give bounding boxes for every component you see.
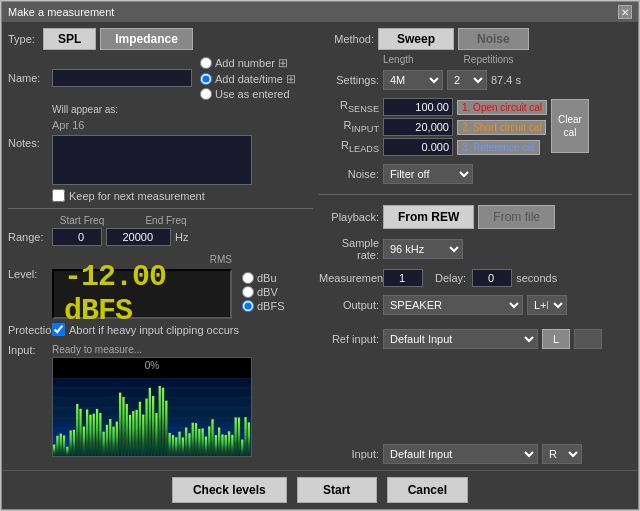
rsense-row: RSENSE 1. Open circuit cal	[319, 98, 547, 116]
window-title: Make a measurement	[8, 6, 114, 18]
hz-label: Hz	[175, 231, 188, 243]
lr-select[interactable]: L+R L R	[527, 295, 567, 315]
delay-input[interactable]	[472, 269, 512, 287]
range-section: Start Freq End Freq Range: Hz	[8, 215, 313, 246]
level-row: Level: RMS -12.00 dBFS dBu dBV	[8, 254, 313, 319]
left-panel: Type: SPL Impedance Name: Add number ⊞ A…	[8, 28, 313, 464]
ref-input-label: Ref input:	[319, 333, 379, 345]
ref-channel-box	[574, 329, 602, 349]
range-label: Range:	[8, 231, 48, 243]
output-row: Output: SPEAKER L+R L R	[319, 295, 632, 315]
input-label-row: Input: Ready to measure... 0%	[8, 344, 313, 457]
use-as-entered-label: Use as entered	[215, 88, 290, 100]
short-circuit-cal-button[interactable]: 2. Short circuit cal	[457, 120, 546, 135]
name-options: Add number ⊞ Add date/time ⊞ Use as ente…	[200, 56, 296, 100]
protection-row: Protection: Abort if heavy input clippin…	[8, 323, 313, 336]
samplerate-row: Sample rate: 96 kHz 44.1 kHz 48 kHz	[319, 237, 632, 261]
right-panel: Method: Sweep Noise Length Repetitions S…	[319, 28, 632, 464]
settings-label: Settings:	[319, 74, 379, 86]
rleads-row: RLEADS 3. Reference cal	[319, 138, 547, 156]
keep-label: Keep for next measurement	[69, 190, 205, 202]
spacer	[319, 353, 632, 400]
method-label: Method:	[319, 33, 374, 45]
add-number-icon[interactable]: ⊞	[278, 56, 288, 70]
from-file-button[interactable]: From file	[478, 205, 555, 229]
keep-checkbox[interactable]	[52, 189, 65, 202]
add-datetime-icon[interactable]: ⊞	[286, 72, 296, 86]
settings-row: Settings: 4M 256k 512k 1M 2M 2 1 3 4 87.…	[319, 70, 632, 90]
output-select[interactable]: SPEAKER	[383, 295, 523, 315]
dbfs-label: dBFS	[257, 300, 285, 312]
abort-checkbox[interactable]	[52, 323, 65, 336]
noise-row: Noise: Filter off	[319, 164, 632, 184]
open-circuit-cal-button[interactable]: 1. Open circuit cal	[457, 100, 547, 115]
level-display: -12.00 dBFS	[52, 269, 232, 319]
ready-label: Ready to measure...	[52, 344, 252, 355]
spl-button[interactable]: SPL	[43, 28, 96, 50]
sweep-button[interactable]: Sweep	[378, 28, 454, 50]
dbv-label: dBV	[257, 286, 278, 298]
range-inputs: Range: Hz	[8, 228, 313, 246]
rinput-input[interactable]	[383, 118, 453, 136]
measurements-row: Measurements: Delay: seconds	[319, 269, 632, 287]
name-input[interactable]	[52, 69, 192, 87]
start-freq-input[interactable]	[52, 228, 102, 246]
start-freq-header: Start Freq	[52, 215, 112, 226]
type-label: Type:	[8, 33, 35, 45]
noise-filter-select[interactable]: Filter off	[383, 164, 473, 184]
check-levels-button[interactable]: Check levels	[172, 477, 287, 503]
dbfs-row: dBFS	[242, 300, 285, 312]
clear-cal-button[interactable]: Clearcal	[551, 99, 589, 153]
add-datetime-radio[interactable]	[200, 73, 212, 85]
use-as-entered-radio[interactable]	[200, 88, 212, 100]
dbv-row: dBV	[242, 286, 285, 298]
rleads-label: RLEADS	[319, 139, 379, 154]
impedance-button[interactable]: Impedance	[100, 28, 193, 50]
notes-row: Notes:	[8, 135, 313, 185]
dbu-label: dBu	[257, 272, 277, 284]
length-select[interactable]: 4M 256k 512k 1M 2M	[383, 70, 443, 90]
input-select[interactable]: Default Input	[383, 444, 538, 464]
start-button[interactable]: Start	[297, 477, 377, 503]
close-button[interactable]: ✕	[618, 5, 632, 19]
ref-input-select[interactable]: Default Input	[383, 329, 538, 349]
measurements-input[interactable]	[383, 269, 423, 287]
seconds-value: 87.4 s	[491, 74, 521, 86]
bottom-buttons: Check levels Start Cancel	[2, 470, 638, 509]
length-col-label: Length	[383, 54, 414, 65]
end-freq-input[interactable]	[106, 228, 171, 246]
add-datetime-row: Add date/time ⊞	[200, 72, 296, 86]
repetitions-select[interactable]: 2 1 3 4	[447, 70, 487, 90]
rsense-label: RSENSE	[319, 99, 379, 114]
dbu-radio[interactable]	[242, 272, 254, 284]
seconds-units-label: seconds	[516, 272, 557, 284]
dbfs-radio[interactable]	[242, 300, 254, 312]
add-number-radio[interactable]	[200, 57, 212, 69]
reference-cal-button[interactable]: 3. Reference cal	[457, 140, 540, 155]
playback-row: Playback: From REW From file	[319, 205, 632, 229]
from-rew-button[interactable]: From REW	[383, 205, 474, 229]
protection-label: Protection:	[8, 324, 48, 336]
dbv-radio[interactable]	[242, 286, 254, 298]
main-window: Make a measurement ✕ Type: SPL Impedance…	[1, 1, 639, 510]
percent-label: 0%	[145, 360, 159, 371]
r-rows-group: RSENSE 1. Open circuit cal RINPUT 2. Sho…	[319, 98, 632, 156]
input-lr-select[interactable]: R L L+R	[542, 444, 582, 464]
cancel-button[interactable]: Cancel	[387, 477, 468, 503]
notes-textarea[interactable]	[52, 135, 252, 185]
delay-label: Delay:	[435, 272, 466, 284]
samplerate-select[interactable]: 96 kHz 44.1 kHz 48 kHz	[383, 239, 463, 259]
l-button[interactable]: L	[542, 329, 570, 349]
input-section: Input: Ready to measure... 0%	[8, 344, 313, 457]
rsense-input[interactable]	[383, 98, 453, 116]
output-label: Output:	[319, 299, 379, 311]
range-headers: Start Freq End Freq	[52, 215, 313, 226]
use-as-entered-row: Use as entered	[200, 88, 296, 100]
noise-button[interactable]: Noise	[458, 28, 529, 50]
rleads-input[interactable]	[383, 138, 453, 156]
input-label: Input:	[8, 344, 48, 356]
ref-input-row: Ref input: Default Input L	[319, 329, 632, 349]
dbu-row: dBu	[242, 272, 285, 284]
noise-label: Noise:	[319, 168, 379, 180]
abort-label: Abort if heavy input clipping occurs	[69, 324, 239, 336]
